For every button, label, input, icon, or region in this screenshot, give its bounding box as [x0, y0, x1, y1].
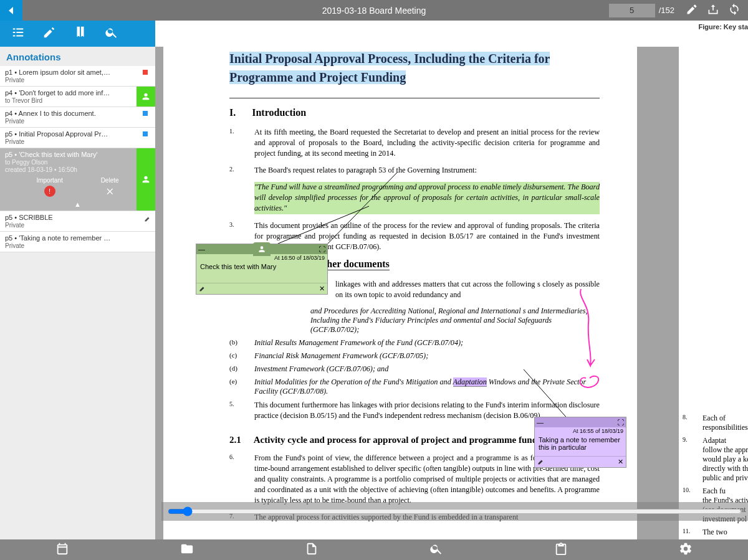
bookmark-icon[interactable]	[74, 26, 87, 42]
outline-icon[interactable]	[11, 26, 25, 42]
sidebar-header: Annotations	[0, 47, 155, 66]
annotation-item-selected[interactable]: p5 • 'Check this text with Mary' to Pegg…	[0, 148, 155, 211]
refresh-icon[interactable]	[728, 3, 741, 18]
annotation-item[interactable]: p5 • 'Taking a note to remember this… Pr…	[0, 232, 155, 252]
important-button[interactable]: Important!	[36, 177, 62, 197]
user-icon	[253, 242, 271, 256]
collapse-icon[interactable]: ▲	[5, 201, 150, 208]
search-icon[interactable]	[429, 542, 443, 558]
sidebar-toolbar	[0, 21, 155, 47]
page-total: /152	[659, 6, 674, 15]
popup-timestamp: At 16:55 of 18/03/19	[535, 427, 626, 435]
popup-text: Check this text with Mary	[196, 262, 327, 283]
expand-icon[interactable]: ⛶	[319, 245, 325, 253]
document-page: Initial Proposal Approval Process, Inclu…	[163, 47, 637, 539]
second-row: Figure: Key sta	[0, 21, 748, 47]
figure-caption: Figure: Key sta	[699, 23, 748, 31]
minimize-icon[interactable]: —	[537, 419, 544, 426]
annotation-item[interactable]: p5 • SCRIBBLE Private	[0, 211, 155, 232]
user-icon	[137, 87, 155, 107]
popup-text: Taking a note to remember this in partic…	[535, 435, 626, 456]
annotation-popup[interactable]: —⛶ At 16:55 of 18/03/19 Taking a note to…	[534, 417, 626, 468]
back-button[interactable]	[0, 0, 22, 21]
clipboard-icon[interactable]	[554, 542, 568, 558]
highlighted-word: Adaptation	[453, 377, 487, 387]
close-icon[interactable]: ✕	[618, 458, 623, 466]
delete-button[interactable]: Delete	[101, 177, 119, 197]
highlighted-quote: "The Fund will have a streamlined progra…	[254, 182, 600, 214]
annotations-sidebar: Annotations p1 • Lorem ipsum dolor sit a…	[0, 47, 155, 539]
gear-icon[interactable]	[679, 542, 693, 558]
annotation-item[interactable]: p4 • Annex I to this document. Private	[0, 107, 155, 128]
close-icon[interactable]: ✕	[319, 285, 325, 293]
document-page-next: Prepara and appr pro undertake IE, EE an…	[679, 47, 748, 539]
page-number-input[interactable]	[609, 4, 655, 17]
share-icon[interactable]	[707, 3, 719, 18]
annotation-item[interactable]: p1 • Lorem ipsum dolor sit amet,… Privat…	[0, 66, 155, 87]
bottom-bar	[0, 539, 748, 560]
top-bar: 2019-03-18 Board Meeting /152	[0, 0, 748, 21]
user-icon	[137, 148, 155, 211]
page-indicator: /152	[609, 4, 674, 17]
document-title: 2019-03-18 Board Meeting	[322, 6, 426, 16]
pencil-icon[interactable]	[199, 285, 206, 293]
calendar-icon[interactable]	[55, 542, 69, 558]
page-slider	[161, 502, 748, 521]
search-icon[interactable]	[105, 26, 118, 42]
annotation-item[interactable]: p5 • Initial Proposal Approval Pro… Priv…	[0, 128, 155, 148]
page-slider-input[interactable]	[168, 506, 742, 516]
minimize-icon[interactable]: —	[198, 245, 205, 253]
blue-dot-icon	[143, 131, 148, 136]
expand-icon[interactable]: ⛶	[617, 419, 624, 426]
document-viewport[interactable]: Initial Proposal Approval Process, Inclu…	[155, 47, 748, 539]
pencil-icon	[144, 215, 151, 224]
folder-icon[interactable]	[180, 542, 194, 558]
annotation-item[interactable]: p4 • 'Don't forget to add more inform… t…	[0, 87, 155, 107]
document-icon[interactable]	[305, 542, 319, 558]
edit-icon[interactable]	[686, 3, 698, 18]
page-title: Initial Proposal Approval Process, Inclu…	[229, 52, 550, 84]
red-dot-icon	[143, 70, 148, 75]
blue-dot-icon	[143, 111, 148, 116]
pencil-icon[interactable]	[537, 458, 545, 467]
annotation-popup[interactable]: —⛶ At 16:50 of 18/03/19 Check this text …	[196, 244, 328, 295]
scribble-annotation	[575, 286, 612, 401]
compose-icon[interactable]	[42, 26, 56, 42]
